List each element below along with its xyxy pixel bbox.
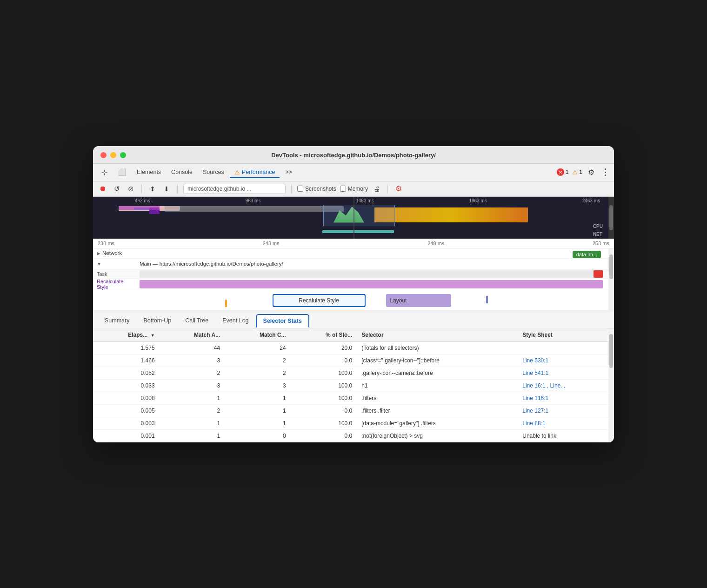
tab-event-log-label: Event Log bbox=[222, 317, 248, 324]
selector-stats-table: Elaps... ▼ Match A... Match C... % of Sl… bbox=[93, 328, 614, 442]
maximize-button[interactable] bbox=[120, 152, 126, 158]
tab-selector-stats-label: Selector Stats bbox=[263, 318, 302, 324]
cell-selector-7: :not(foreignObject) > svg bbox=[357, 429, 518, 442]
more-button[interactable]: ⋮ bbox=[600, 167, 610, 177]
cell-pct-5: 0.0 bbox=[291, 404, 357, 417]
timeline-scrollbar-thumb[interactable] bbox=[609, 205, 613, 230]
cell-elapsed-1: 1.466 bbox=[93, 354, 160, 367]
upload-button[interactable]: ⬆ bbox=[147, 184, 158, 194]
bottom-tabs: Summary Bottom-Up Call Tree Event Log Se… bbox=[93, 311, 614, 328]
th-selector[interactable]: Selector bbox=[357, 328, 518, 342]
tab-device-mode[interactable]: ⬜ bbox=[113, 166, 131, 179]
cleanup-button[interactable]: 🖨 bbox=[372, 184, 382, 194]
recalculate-style-track[interactable] bbox=[140, 279, 614, 290]
cell-pct-4: 100.0 bbox=[291, 392, 357, 404]
tab-selector-stats[interactable]: Selector Stats bbox=[256, 314, 309, 328]
stylesheet-link-3[interactable]: Line 16:1 , Line... bbox=[522, 382, 565, 389]
timeline-overview[interactable]: 463 ms 963 ms 1463 ms 1963 ms 2463 ms bbox=[93, 197, 614, 239]
tab-elements[interactable]: Elements bbox=[132, 167, 166, 178]
screenshots-label: Screenshots bbox=[305, 186, 336, 192]
tab-performance[interactable]: ⚠ Performance bbox=[230, 167, 280, 178]
th-pct-slow[interactable]: % of Slo... bbox=[291, 328, 357, 342]
error-group[interactable]: ✕ 1 bbox=[557, 168, 569, 176]
task-track[interactable] bbox=[140, 270, 614, 279]
timeline-scrollbar[interactable] bbox=[608, 197, 614, 239]
th-match-attempts[interactable]: Match A... bbox=[160, 328, 225, 342]
main-track[interactable]: Main — https://microsoftedge.github.io/D… bbox=[140, 259, 614, 269]
tab-console[interactable]: Console bbox=[167, 167, 197, 178]
sort-arrow: ▼ bbox=[151, 333, 155, 338]
cell-match-a-0: 44 bbox=[160, 341, 225, 354]
url-field[interactable]: microsoftedge.github.io ... bbox=[183, 184, 286, 194]
cell-selector-2: .gallery-icon--camera::before bbox=[357, 367, 518, 379]
stylesheet-link-4[interactable]: Line 116:1 bbox=[522, 395, 548, 401]
screenshots-checkbox[interactable] bbox=[297, 186, 303, 192]
settings-button[interactable]: ⚙ bbox=[586, 167, 596, 177]
toolbar-right: ✕ 1 ⚠ 1 ⚙ ⋮ bbox=[557, 167, 610, 177]
stylesheet-link-2[interactable]: Line 541:1 bbox=[522, 370, 548, 376]
cell-elapsed-0: 1.575 bbox=[93, 341, 160, 354]
title-bar: DevTools - microsoftedge.github.io/Demos… bbox=[93, 146, 614, 164]
marker-463: 463 ms bbox=[135, 198, 150, 203]
record-button[interactable]: ⏺ bbox=[98, 184, 108, 194]
cell-match-a-6: 1 bbox=[160, 417, 225, 429]
tab-device-toolbar[interactable]: ⊹ bbox=[97, 166, 112, 179]
th-stylesheet[interactable]: Style Sheet bbox=[518, 328, 614, 342]
th-elapsed[interactable]: Elaps... ▼ bbox=[93, 328, 160, 342]
tab-summary[interactable]: Summary bbox=[98, 314, 136, 328]
warning-icon: ⚠ bbox=[234, 169, 240, 176]
task-row: Task bbox=[93, 270, 614, 279]
tab-bottom-up[interactable]: Bottom-Up bbox=[136, 314, 178, 328]
capture-settings-button[interactable]: ⚙ bbox=[394, 184, 404, 194]
cell-stylesheet-3: Line 16:1 , Line... bbox=[518, 379, 614, 392]
network-track[interactable]: data:im... bbox=[140, 248, 614, 258]
clear-button[interactable]: ⊘ bbox=[126, 184, 136, 194]
recalculate-style-tooltip[interactable]: Recalulate Style bbox=[273, 294, 366, 307]
table-row: 1.575 44 24 20.0 (Totals for all selecto… bbox=[93, 341, 614, 354]
url-value: microsoftedge.github.io ... bbox=[187, 186, 251, 192]
stylesheet-link-1[interactable]: Line 530:1 bbox=[522, 357, 548, 364]
sub-track[interactable]: Recalulate Style Layout bbox=[140, 290, 614, 310]
table-row: 0.052 2 2 100.0 .gallery-icon--camera::b… bbox=[93, 367, 614, 379]
tab-sources[interactable]: Sources bbox=[198, 167, 229, 178]
memory-checkbox[interactable] bbox=[340, 186, 346, 192]
stylesheet-link-5[interactable]: Line 127:1 bbox=[522, 408, 548, 414]
cell-elapsed-2: 0.052 bbox=[93, 367, 160, 379]
cell-pct-6: 100.0 bbox=[291, 417, 357, 429]
cell-elapsed-6: 0.003 bbox=[93, 417, 160, 429]
recalculate-style-row: Recalculate Style bbox=[93, 279, 614, 290]
cell-stylesheet-7: Unable to link bbox=[518, 429, 614, 442]
tab-console-label: Console bbox=[171, 169, 193, 175]
warning-group[interactable]: ⚠ 1 bbox=[572, 169, 582, 176]
th-match-count[interactable]: Match C... bbox=[225, 328, 290, 342]
recalculate-style-tooltip-text: Recalulate Style bbox=[299, 297, 339, 304]
flame-scrollbar[interactable] bbox=[608, 248, 614, 311]
memory-checkbox-group[interactable]: Memory bbox=[340, 186, 368, 192]
cell-elapsed-3: 0.033 bbox=[93, 379, 160, 392]
marker-1963: 1963 ms bbox=[469, 198, 487, 203]
table-scrollbar[interactable] bbox=[608, 328, 614, 442]
minimize-button[interactable] bbox=[110, 152, 116, 158]
reload-record-button[interactable]: ↺ bbox=[112, 184, 122, 194]
tabs-container: ⊹ ⬜ Elements Console Sources ⚠ Performan… bbox=[97, 166, 554, 179]
layout-tooltip[interactable]: Layout bbox=[386, 294, 451, 307]
cell-stylesheet-6: Line 88:1 bbox=[518, 417, 614, 429]
time-238: 238 ms bbox=[98, 241, 114, 246]
cell-match-a-2: 2 bbox=[160, 367, 225, 379]
stylesheet-link-6[interactable]: Line 88:1 bbox=[522, 420, 545, 427]
table-row: 0.008 1 1 100.0 .filters Line 116:1 bbox=[93, 392, 614, 404]
devtools-window: DevTools - microsoftedge.github.io/Demos… bbox=[93, 146, 614, 442]
table-row: 0.005 2 1 0.0 .filters .filter Line 127:… bbox=[93, 404, 614, 417]
close-button[interactable] bbox=[100, 152, 107, 158]
tab-more[interactable]: >> bbox=[280, 167, 297, 178]
tab-call-tree[interactable]: Call Tree bbox=[178, 314, 215, 328]
table-container: Elaps... ▼ Match A... Match C... % of Sl… bbox=[93, 328, 614, 442]
download-button[interactable]: ⬇ bbox=[161, 184, 172, 194]
tab-event-log[interactable]: Event Log bbox=[215, 314, 255, 328]
cell-match-c-1: 2 bbox=[225, 354, 290, 367]
main-url: Main — https://microsoftedge.github.io/D… bbox=[140, 261, 283, 267]
timeline-cursor bbox=[354, 197, 354, 239]
flame-scrollbar-thumb[interactable] bbox=[609, 254, 613, 280]
screenshots-checkbox-group[interactable]: Screenshots bbox=[297, 186, 336, 192]
table-scrollbar-thumb[interactable] bbox=[609, 334, 613, 368]
